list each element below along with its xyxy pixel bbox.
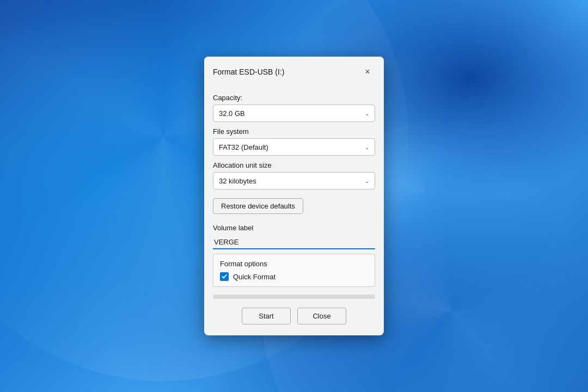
format-options-title: Format options — [220, 260, 368, 268]
allocation-unit-chevron-icon: ⌄ — [365, 178, 369, 184]
close-button[interactable]: Close — [297, 308, 346, 324]
allocation-unit-dropdown[interactable]: 32 kilobytes ⌄ — [213, 172, 375, 189]
dialog-titlebar: Format ESD-USB (I:) × — [204, 57, 384, 86]
file-system-label: File system — [213, 127, 375, 136]
quick-format-row: Quick Format — [220, 272, 368, 281]
start-button[interactable]: Start — [242, 308, 291, 324]
volume-label-input[interactable] — [213, 236, 375, 249]
volume-label-label: Volume label — [213, 224, 375, 232]
restore-defaults-button[interactable]: Restore device defaults — [213, 198, 303, 214]
quick-format-checkbox[interactable] — [220, 272, 229, 281]
checkmark-icon — [222, 274, 227, 279]
file-system-value: FAT32 (Default) — [219, 143, 268, 151]
dialog-footer: Start Close — [204, 299, 384, 324]
file-system-dropdown[interactable]: FAT32 (Default) ⌄ — [213, 138, 375, 156]
capacity-dropdown[interactable]: 32.0 GB ⌄ — [213, 105, 375, 122]
quick-format-label: Quick Format — [233, 273, 275, 281]
allocation-unit-label: Allocation unit size — [213, 161, 375, 169]
format-options-box: Format options Quick Format — [213, 254, 375, 287]
format-dialog: Format ESD-USB (I:) × Capacity: 32.0 GB … — [204, 57, 384, 335]
dialog-overlay: Format ESD-USB (I:) × Capacity: 32.0 GB … — [0, 0, 588, 392]
progress-bar-container — [213, 295, 375, 299]
capacity-chevron-icon: ⌄ — [365, 111, 369, 117]
dialog-body: Capacity: 32.0 GB ⌄ File system FAT32 (D… — [204, 86, 384, 299]
dialog-close-button[interactable]: × — [360, 64, 375, 79]
file-system-chevron-icon: ⌄ — [365, 144, 369, 150]
capacity-label: Capacity: — [213, 94, 375, 102]
allocation-unit-value: 32 kilobytes — [219, 177, 256, 185]
dialog-title: Format ESD-USB (I:) — [213, 68, 284, 76]
capacity-value: 32.0 GB — [219, 109, 245, 118]
